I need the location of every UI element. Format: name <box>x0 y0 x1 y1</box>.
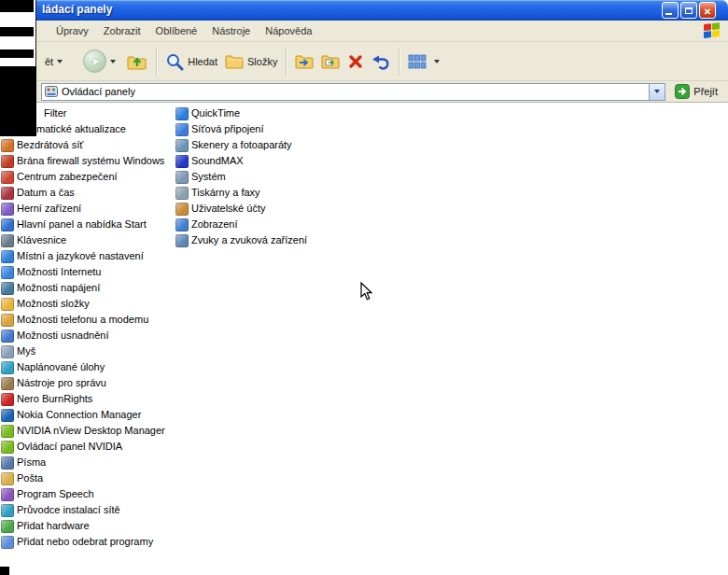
folders-icon <box>225 53 244 70</box>
delete-button[interactable] <box>343 51 368 72</box>
minimize-button[interactable] <box>662 2 679 19</box>
list-item[interactable]: Možnosti složky <box>0 296 165 312</box>
list-item[interactable]: NVIDIA nView Desktop Manager <box>0 423 165 439</box>
list-item[interactable]: Nástroje pro správu <box>0 375 165 391</box>
copy-to-button[interactable] <box>317 51 343 72</box>
address-dropdown-button[interactable] <box>649 84 665 100</box>
item-label: Bezdrátová síť <box>17 137 83 153</box>
list-item[interactable]: Možnosti napájení <box>0 280 165 296</box>
list-item[interactable]: QuickTime <box>175 105 307 121</box>
list-item[interactable]: Klávesnice <box>0 232 165 248</box>
taskbar-start-menu-icon <box>1 218 14 231</box>
item-label: Zvuky a zvuková zařízení <box>191 232 307 248</box>
item-label: Přidat nebo odebrat programy <box>17 534 153 550</box>
forward-arrow-glyph <box>93 58 99 65</box>
item-label: Systém <box>191 169 226 185</box>
go-button[interactable]: Přejít <box>672 83 721 100</box>
list-item[interactable]: Přidat hardware <box>0 518 165 534</box>
list-item[interactable]: Písma <box>0 455 165 470</box>
security-center-icon <box>1 171 14 184</box>
search-label: Hledat <box>188 56 217 67</box>
maximize-button[interactable] <box>680 2 697 19</box>
list-item[interactable]: Bezdrátová síť <box>0 137 165 153</box>
address-bar: Ovládací panely Přejít <box>0 81 728 103</box>
toolbar: ět Hled <box>0 42 728 81</box>
list-item[interactable]: Možnosti usnadnění <box>0 328 165 344</box>
list-item[interactable]: Hlavní panel a nabídka Start <box>0 217 165 232</box>
forward-dropdown-icon[interactable] <box>110 60 116 63</box>
title-bar[interactable]: ládací panely <box>0 0 728 21</box>
menu-item[interactable]: Nástroje <box>204 21 258 41</box>
list-item[interactable]: SoundMAX <box>175 153 307 169</box>
list-item[interactable]: Uživatelské účty <box>175 201 307 217</box>
list-item[interactable]: Centrum zabezpečení <box>0 169 165 185</box>
mouse-cursor-icon <box>360 282 372 302</box>
menu-item[interactable]: Úpravy <box>49 21 96 41</box>
item-label: Možnosti složky <box>17 296 90 312</box>
address-combo[interactable]: Ovládací panely <box>41 83 665 101</box>
back-dropdown-icon[interactable] <box>57 60 63 63</box>
list-item[interactable]: Možnosti Internetu <box>0 264 165 280</box>
foreground-window-fragment <box>0 0 36 136</box>
list-item[interactable]: Průvodce instalací sítě <box>0 502 165 518</box>
search-button[interactable]: Hledat <box>161 50 221 73</box>
close-icon <box>704 2 711 19</box>
list-item[interactable]: Datum a čas <box>0 185 165 201</box>
nokia-connection-manager-icon <box>1 409 14 422</box>
delete-x-icon <box>347 53 364 70</box>
list-item[interactable]: Systém <box>175 169 307 185</box>
list-item[interactable]: Ovládací panel NVIDIA <box>0 439 165 455</box>
undo-button[interactable] <box>368 51 394 72</box>
list-column-right: QuickTime Síťová připojení Skenery a fot… <box>175 105 307 248</box>
toolbar-separator <box>399 48 399 76</box>
bottom-left-fragment <box>0 567 9 575</box>
list-item[interactable]: Herní zařízení <box>0 201 165 217</box>
black-block <box>0 66 36 136</box>
up-button[interactable] <box>123 50 151 73</box>
go-label: Přejít <box>693 86 718 97</box>
menu-item[interactable]: Nápověda <box>258 21 319 41</box>
list-item[interactable]: Přidat nebo odebrat programy <box>0 534 165 550</box>
list-item[interactable]: Zvuky a zvuková zařízení <box>175 232 307 248</box>
copy-to-folder-icon <box>321 53 340 70</box>
views-button[interactable] <box>404 51 443 72</box>
list-item[interactable]: Program Speech <box>0 486 165 502</box>
windows-logo-yellow <box>712 30 720 37</box>
dropdown-arrow-icon <box>654 90 660 93</box>
list-item[interactable]: Možnosti telefonu a modemu <box>0 312 165 328</box>
windows-logo-red <box>704 23 711 31</box>
scanners-cameras-icon <box>175 139 189 152</box>
list-item[interactable]: Pošta <box>0 470 165 486</box>
list-item[interactable]: Myš <box>0 344 165 359</box>
close-button[interactable] <box>699 2 716 19</box>
menu-item[interactable]: Oblíbené <box>148 21 205 41</box>
item-label: Datum a čas <box>17 185 75 201</box>
item-label: Místní a jazykové nastavení <box>17 248 144 264</box>
list-item[interactable]: Skenery a fotoaparáty <box>175 137 307 153</box>
item-label: Naplánované úlohy <box>17 359 105 375</box>
list-item[interactable]: Síťová připojení <box>175 121 307 137</box>
toolbar-separator <box>286 48 287 76</box>
list-item[interactable]: Naplánované úlohy <box>0 359 165 375</box>
item-label: NVIDIA nView Desktop Manager <box>17 423 165 439</box>
item-label: Uživatelské účty <box>191 201 265 217</box>
list-item[interactable]: Brána firewall systému Windows <box>0 153 165 169</box>
list-item[interactable]: Nokia Connection Manager <box>0 407 165 423</box>
window-controls <box>662 2 716 19</box>
item-label: Písma <box>17 455 46 470</box>
forward-button[interactable] <box>79 48 110 75</box>
power-options-icon <box>1 282 14 295</box>
list-item[interactable]: Místní a jazykové nastavení <box>0 248 165 264</box>
menu-item[interactable]: Zobrazit <box>96 21 148 41</box>
list-item[interactable]: Nero BurnRights <box>0 391 165 407</box>
back-label: ět <box>45 56 53 67</box>
views-dropdown-icon[interactable] <box>434 60 440 63</box>
control-panel-icon <box>45 85 58 98</box>
views-grid-icon <box>408 53 427 70</box>
move-to-button[interactable] <box>291 51 317 72</box>
list-item[interactable]: Tiskárny a faxy <box>175 185 307 201</box>
back-button[interactable]: ět <box>41 54 66 69</box>
list-item[interactable]: Zobrazení <box>175 217 307 232</box>
folders-button[interactable]: Složky <box>221 51 281 72</box>
folders-label: Složky <box>247 56 277 67</box>
